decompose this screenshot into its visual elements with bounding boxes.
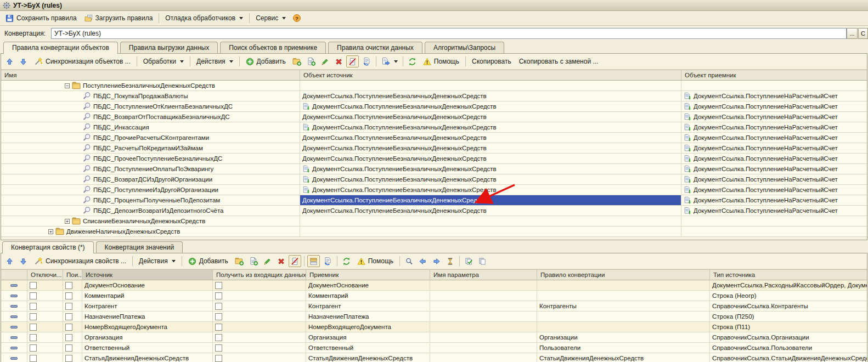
target-object-cell[interactable]: ДокументСсылка.ПоступлениеНаРасчетныйСче… xyxy=(681,112,867,122)
disable-checkbox[interactable] xyxy=(30,292,37,299)
disable-checkbox-cell[interactable] xyxy=(27,301,63,311)
search-checkbox-cell[interactable] xyxy=(63,291,82,301)
prop-type-cell[interactable]: СправочникСсылка.Пользователи xyxy=(710,343,867,353)
collapse-icon[interactable]: − xyxy=(65,83,70,88)
prop-type-cell[interactable]: Строка (Неогр) xyxy=(710,291,867,301)
source-object-cell[interactable]: ДокументСсылка.ПоступлениеБезналичныхДен… xyxy=(300,91,681,101)
expand-icon[interactable]: + xyxy=(65,219,70,224)
incoming-data-checkbox-cell[interactable] xyxy=(213,291,306,301)
prop-edit-button[interactable] xyxy=(261,255,274,267)
prop-param-cell[interactable] xyxy=(430,332,537,342)
incoming-data-checkbox[interactable] xyxy=(215,292,222,299)
service-button[interactable]: Сервис xyxy=(252,12,289,24)
prop-source-cell[interactable]: ДокументОснование xyxy=(82,280,213,290)
prop-param-cell[interactable] xyxy=(430,353,537,362)
incoming-data-checkbox-cell[interactable] xyxy=(213,301,306,311)
prop-receiver-cell[interactable]: Организация xyxy=(306,332,430,342)
search-checkbox[interactable] xyxy=(65,292,72,299)
prop-group-view-toggle[interactable] xyxy=(307,255,320,267)
source-object-cell[interactable]: ДокументСсылка.ПоступлениеБезналичныхДен… xyxy=(300,195,681,205)
go-to-rule-button[interactable] xyxy=(379,55,400,67)
source-object-cell[interactable]: ДокументСсылка.ПоступлениеБезналичныхДен… xyxy=(300,112,681,122)
prop-rule-cell[interactable] xyxy=(537,312,710,321)
search-checkbox-cell[interactable] xyxy=(63,301,82,311)
incoming-data-checkbox-cell[interactable] xyxy=(213,332,306,342)
prop-type-cell[interactable]: ДокументСсылка.РасходныйКассовыйОрдер, Д… xyxy=(710,280,867,290)
disable-checkbox[interactable] xyxy=(30,344,37,352)
prop-type-cell[interactable]: Строка (П11) xyxy=(710,322,867,332)
prop-param-cell[interactable] xyxy=(430,301,537,311)
target-object-cell[interactable] xyxy=(681,81,867,90)
disable-checkbox[interactable] xyxy=(30,355,37,362)
property-row[interactable]: ДокументОснованиеДокументОснованиеДокуме… xyxy=(1,280,867,291)
prop-rule-cell[interactable]: Контрагенты xyxy=(537,301,710,311)
target-object-cell[interactable]: ДокументСсылка.ПоступлениеНаРасчетныйСче… xyxy=(681,122,867,132)
prop-add-button[interactable]: Добавить xyxy=(185,255,232,267)
actions-button[interactable]: Действия xyxy=(193,55,236,67)
tree-rule-row[interactable]: ПБДС_ПокупкаПродажаВалютыДокументСсылка.… xyxy=(1,91,867,101)
tree-rule-row[interactable]: ПБДС_ПроцентыПолученныеПоДепозитамДокуме… xyxy=(1,195,867,206)
rule-name-cell[interactable]: ПБДС_РасчетыПоКредитамИЗаймам xyxy=(1,143,300,153)
incoming-data-checkbox[interactable] xyxy=(215,303,222,310)
prop-prev-button[interactable] xyxy=(416,255,429,267)
add-item-button[interactable] xyxy=(305,55,318,67)
search-checkbox-cell[interactable] xyxy=(63,322,82,332)
prop-restore-button[interactable] xyxy=(321,255,334,267)
target-object-cell[interactable]: ДокументСсылка.ПоступлениеНаРасчетныйСче… xyxy=(681,164,867,174)
conversion-input[interactable]: УТ->БуХ (rules) xyxy=(51,28,847,39)
prop-delete-button[interactable] xyxy=(275,255,288,267)
prop-actions-button[interactable]: Действия xyxy=(136,255,179,267)
incoming-data-checkbox-cell[interactable] xyxy=(213,322,306,332)
tab-top-3[interactable]: Правила очистки данных xyxy=(328,42,422,53)
prop-column-header[interactable]: Приемник xyxy=(306,270,430,280)
prop-column-header[interactable] xyxy=(1,270,27,280)
search-checkbox-cell[interactable] xyxy=(63,343,82,353)
source-object-cell[interactable]: ДокументСсылка.ПоступлениеБезналичныхДен… xyxy=(300,164,681,174)
prop-param-cell[interactable] xyxy=(430,312,537,321)
add-group-button[interactable] xyxy=(290,55,303,67)
conversion-edge-button[interactable]: С xyxy=(858,28,868,39)
prop-move-up-button[interactable] xyxy=(3,255,16,267)
prop-param-cell[interactable] xyxy=(430,343,537,353)
rule-name-cell[interactable]: ПБДС_Инкассация xyxy=(1,122,300,132)
move-up-button[interactable] xyxy=(3,55,16,67)
rule-name-cell[interactable]: ПБДС_ПрочееПоступлениеБезналичныхДС xyxy=(1,154,300,163)
prop-column-header[interactable]: Тип источника xyxy=(710,270,867,280)
delete-button[interactable] xyxy=(332,55,345,67)
prop-rule-cell[interactable] xyxy=(537,291,710,301)
property-row[interactable]: СтатьяДвиженияДенежныхСредствСтатьяДвиже… xyxy=(1,353,867,362)
prop-receiver-cell[interactable]: Комментарий xyxy=(306,291,430,301)
prop-add-group-button[interactable] xyxy=(233,255,246,267)
rule-name-cell[interactable]: ПБДС_ПоступлениеИзДругойОрганизации xyxy=(1,185,300,195)
edit-button[interactable] xyxy=(319,55,331,67)
prop-receiver-cell[interactable]: СтатьяДвиженияДенежныхСредств xyxy=(306,353,430,362)
copy-replace-button[interactable]: Скопировать с заменой ... xyxy=(516,55,602,67)
add-button[interactable]: Добавить xyxy=(243,55,289,67)
rule-name-cell[interactable]: ПБДС_ПокупкаПродажаВалюты xyxy=(1,91,300,101)
disable-checkbox-cell[interactable] xyxy=(27,353,63,362)
prop-source-cell[interactable]: Контрагент xyxy=(82,301,213,311)
target-object-cell[interactable]: ДокументСсылка.ПоступлениеНаРасчетныйСче… xyxy=(681,195,867,205)
disable-checkbox-cell[interactable] xyxy=(27,322,63,332)
disable-checkbox-cell[interactable] xyxy=(27,312,63,321)
rule-name-cell[interactable]: ПБДС_ПоступлениеОтКлиентаБезналичныхДС xyxy=(1,101,300,111)
prop-rule-cell[interactable]: Организации xyxy=(537,332,710,342)
prop-add-item-button[interactable] xyxy=(247,255,260,267)
disable-checkbox-cell[interactable] xyxy=(27,332,63,342)
target-object-cell[interactable]: ДокументСсылка.ПоступлениеНаРасчетныйСче… xyxy=(681,174,867,184)
source-object-cell[interactable]: ДокументСсылка.ПоступлениеБезналичныхДен… xyxy=(300,174,681,184)
prop-type-cell[interactable]: СправочникСсылка.Контрагенты xyxy=(710,301,867,311)
source-object-cell[interactable]: ДокументСсылка.ПоступлениеБезналичныхДен… xyxy=(300,143,681,153)
source-object-cell[interactable]: ДокументСсылка.ПоступлениеБезналичныхДен… xyxy=(300,206,681,216)
source-object-cell[interactable]: ДокументСсылка.ПоступлениеБезналичныхДен… xyxy=(300,133,681,143)
target-object-cell[interactable] xyxy=(681,216,867,226)
prop-mark-disabled-toggle[interactable] xyxy=(289,255,301,267)
search-checkbox[interactable] xyxy=(65,303,72,310)
prop-source-cell[interactable]: Комментарий xyxy=(82,291,213,301)
incoming-data-checkbox[interactable] xyxy=(215,344,222,352)
incoming-data-checkbox[interactable] xyxy=(215,355,222,362)
help-button[interactable]: ? xyxy=(290,12,303,24)
property-row[interactable]: НазначениеПлатежаНазначениеПлатежаСтрока… xyxy=(1,312,867,322)
disable-checkbox[interactable] xyxy=(30,313,37,320)
incoming-data-checkbox-cell[interactable] xyxy=(213,312,306,321)
